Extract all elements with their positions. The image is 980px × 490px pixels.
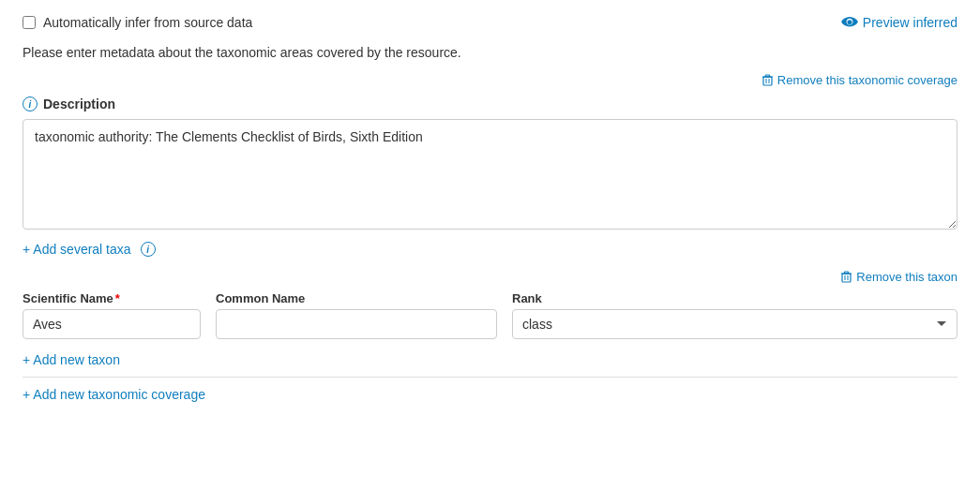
auto-infer-checkbox[interactable] [23, 16, 36, 29]
svg-rect-7 [845, 272, 849, 274]
top-bar: Automatically infer from source data Pre… [23, 15, 957, 30]
add-several-taxa-link[interactable]: + Add several taxa [23, 242, 131, 257]
preview-inferred-text: Preview inferred [863, 15, 957, 30]
eye-icon [841, 17, 858, 28]
remove-taxon-row: Remove this taxon [23, 270, 957, 284]
common-name-label: Common Name [216, 291, 497, 305]
common-name-group: Common Name [216, 291, 497, 339]
add-new-coverage-row: + Add new taxonomic coverage [23, 387, 957, 402]
trash-icon [762, 74, 773, 86]
rank-group: Rank kingdom phylum class order family g… [512, 291, 957, 339]
add-new-taxon-row: + Add new taxon [23, 352, 957, 367]
scientific-name-label: Scientific Name* [23, 291, 201, 305]
add-several-taxa-text: + [23, 242, 33, 257]
remove-coverage-text: Remove this taxonomic coverage [777, 73, 957, 87]
preview-inferred-link[interactable]: Preview inferred [841, 15, 957, 30]
remove-coverage-row: Remove this taxonomic coverage [23, 73, 957, 87]
taxon-fields-row: Scientific Name* Common Name Rank kingdo… [23, 291, 957, 339]
svg-rect-0 [763, 77, 772, 85]
add-new-coverage-text: + Add new taxonomic coverage [23, 387, 205, 402]
taxa-info-icon: i [141, 242, 156, 257]
remove-taxon-text: Remove this taxon [856, 270, 957, 284]
description-label-text: Description [43, 97, 115, 111]
svg-rect-5 [842, 274, 851, 282]
auto-infer-row: Automatically infer from source data [23, 15, 252, 30]
rank-label: Rank [512, 291, 957, 305]
intro-description: Please enter metadata about the taxonomi… [23, 45, 957, 60]
add-new-taxon-text: + Add new taxon [23, 352, 120, 367]
auto-infer-label: Automatically infer from source data [43, 15, 252, 30]
add-new-taxon-link[interactable]: + Add new taxon [23, 352, 120, 367]
remove-coverage-link[interactable]: Remove this taxonomic coverage [762, 73, 957, 87]
trash-taxon-icon [841, 271, 852, 283]
remove-taxon-link[interactable]: Remove this taxon [841, 270, 957, 284]
add-new-coverage-link[interactable]: + Add new taxonomic coverage [23, 387, 205, 402]
required-star: * [115, 291, 120, 305]
rank-select[interactable]: kingdom phylum class order family genus … [512, 309, 957, 339]
scientific-name-input[interactable] [23, 309, 201, 339]
svg-rect-2 [765, 75, 769, 77]
divider [23, 377, 957, 378]
add-several-taxa-label: Add several taxa [33, 242, 130, 257]
description-info-icon: i [23, 97, 38, 111]
add-several-taxa-row: + Add several taxa i [23, 242, 957, 257]
common-name-input[interactable] [216, 309, 497, 339]
scientific-name-group: Scientific Name* [23, 291, 201, 339]
description-textarea[interactable] [23, 119, 957, 230]
description-section-label: i Description [23, 97, 957, 111]
